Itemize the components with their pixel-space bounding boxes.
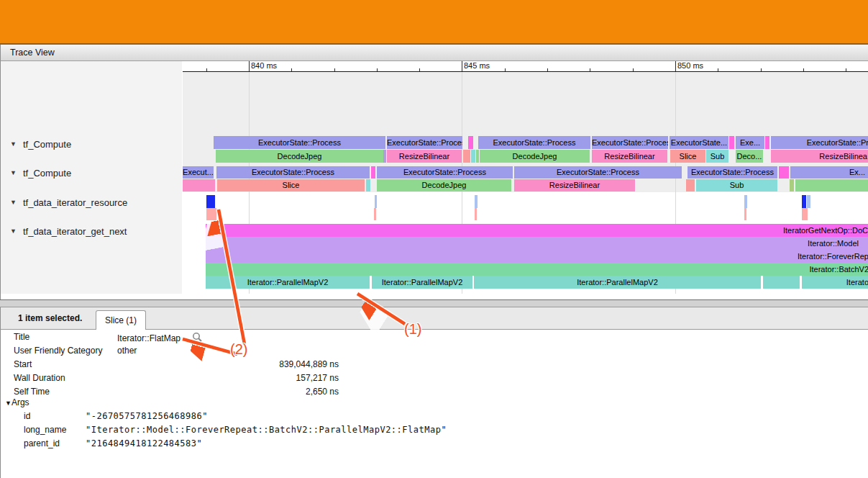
trace-slice-deco[interactable]: Deco... [736, 150, 763, 163]
trace-slice-slice[interactable] [206, 208, 216, 220]
trace-slice-slice[interactable] [383, 150, 386, 163]
trace-slice-slice[interactable] [807, 195, 810, 208]
trace-slice-sub[interactable]: Sub [696, 179, 777, 191]
trace-slice-resizebilinear[interactable]: ResizeBilinear [592, 150, 667, 163]
trace-slice-resizebilinear[interactable]: ResizeBilinear [514, 179, 635, 191]
trace-slice-iterator-parallelmapv2[interactable]: Iterator::ParallelMapV2 [372, 276, 472, 289]
trace-slice-iterator-model[interactable]: Iterator::Model [206, 237, 868, 250]
trace-slice-slice[interactable] [463, 150, 470, 163]
ruler-minor-tick [505, 68, 506, 71]
trace-slice-executorstate-process[interactable]: ExecutorState::Process [377, 166, 513, 179]
track-header-tf-data-iterator-get-next-3[interactable]: ▼tf_data_iterator_get_next [1, 225, 182, 238]
trace-slice-executorstate-pr[interactable]: ExecutorState::Pr [771, 136, 868, 149]
trace-slice-slice[interactable]: Slice [217, 179, 365, 191]
trace-main-area: ▼tf_Compute▼tf_Compute▼tf_data_iterator_… [0, 61, 868, 294]
trace-slice-resizebilinea[interactable]: ResizeBilinea [771, 150, 868, 163]
trace-slice-slice[interactable] [476, 150, 479, 163]
trace-slice-iteratorgetnextop-doc[interactable]: IteratorGetNextOp::DoC [206, 224, 868, 237]
track-header-tf-data-iterator-resource-2[interactable]: ▼tf_data_iterator_resource [1, 196, 182, 209]
ruler-minor-tick [291, 68, 292, 71]
trace-view-title: Trace View [10, 48, 55, 58]
top-orange-banner [0, 0, 868, 45]
trace-slice-sub[interactable]: Sub [706, 150, 728, 163]
trace-slice-slice[interactable] [371, 166, 375, 179]
trace-slice-iterator-batchv2[interactable]: Iterator::BatchV2 [206, 263, 868, 276]
trace-slice-ex[interactable]: Ex... [790, 166, 868, 179]
trace-slice-decodejpeg[interactable]: DecodeJpeg [216, 150, 383, 163]
arg-row-long-name: long_name"Iterator::Model::ForeverRepeat… [1, 423, 648, 437]
trace-slice-execut[interactable]: Execut... [183, 166, 214, 179]
collapse-triangle-icon[interactable]: ▼ [10, 227, 17, 235]
trace-slice-slice[interactable] [765, 136, 769, 149]
ruler-minor-tick [633, 68, 634, 71]
field-label: User Friendly Category [14, 344, 102, 358]
trace-view-titlebar: Trace View [0, 45, 868, 61]
ruler-tick-label: 840 ms [251, 61, 277, 70]
trace-slice-slice[interactable] [374, 208, 376, 220]
tab-slice[interactable]: Slice (1) [96, 310, 146, 330]
ruler-minor-tick [334, 68, 335, 71]
trace-row-iterator-parallel-map: Iterator::ParallelMapV2Iterator::Paralle… [183, 276, 868, 289]
trace-row-resource-bottom [183, 208, 868, 220]
trace-slice-slice[interactable] [686, 179, 695, 191]
collapse-triangle-icon[interactable]: ▼ [5, 400, 12, 407]
field-row-user-friendly-category: User Friendly Categoryother [1, 344, 648, 358]
trace-slice-executorstate-process[interactable]: ExecutorState::Process [387, 136, 462, 149]
trace-slice-slice[interactable] [471, 150, 475, 163]
arg-value: "Iterator::Model::ForeverRepeat::BatchV2… [86, 423, 447, 437]
trace-slice-exe[interactable]: Exe... [736, 136, 764, 149]
trace-slice-slice[interactable] [779, 166, 789, 179]
trace-slice-slice[interactable] [744, 195, 747, 208]
arg-value: "-2670575781256468986" [86, 410, 208, 423]
collapse-triangle-icon[interactable]: ▼ [10, 140, 17, 148]
trace-slice-slice[interactable] [183, 179, 215, 191]
trace-slice-slice[interactable] [763, 276, 800, 289]
ruler-tick-label: 845 ms [464, 61, 490, 70]
track-header-tf-compute-1[interactable]: ▼tf_Compute [1, 166, 182, 179]
arg-key: long_name [24, 423, 66, 437]
analysis-panel-body: TitleIterator::FlatMapUser Friendly Cate… [0, 330, 868, 478]
trace-slice-slice[interactable] [206, 195, 215, 208]
trace-slice-resizebilinear[interactable]: ResizeBilinear [387, 150, 462, 163]
analysis-panel-header: 1 item selected. Slice (1) [0, 307, 868, 330]
field-value: Iterator::FlatMap [117, 330, 203, 346]
panel-splitter[interactable] [0, 299, 868, 307]
trace-row-compute2-states: Execut...ExecutorState::ProcessExecutorS… [183, 166, 868, 179]
trace-slice-iterator-foreverrep[interactable]: Iterator::ForeverRep [206, 250, 868, 263]
trace-slice-slice[interactable] [475, 195, 478, 208]
trace-slice-slice[interactable] [475, 208, 477, 220]
trace-slice-slice[interactable] [802, 208, 808, 220]
trace-slice-decodejpeg[interactable]: DecodeJpeg [480, 150, 590, 163]
collapse-triangle-icon[interactable]: ▼ [10, 199, 17, 206]
field-label: Wall Duration [14, 371, 65, 385]
trace-slice-slice[interactable] [744, 208, 746, 220]
trace-slice-executorstate-process[interactable]: ExecutorState::Process [514, 166, 682, 179]
ruler-minor-tick [718, 68, 718, 71]
trace-slice-executorstate-process[interactable]: ExecutorState::Process [687, 166, 777, 179]
timeline-ruler[interactable]: 840 ms845 ms850 ms [183, 61, 868, 72]
trace-slice-slice[interactable] [729, 136, 734, 149]
trace-slice-executorstate-process[interactable]: ExecutorState::Process [478, 136, 590, 149]
magnifier-icon[interactable] [192, 332, 203, 343]
ruler-minor-tick [846, 68, 846, 71]
trace-slice-slice[interactable]: Slice [670, 150, 705, 163]
trace-slice-slice[interactable] [375, 195, 377, 208]
trace-slice-executorstate[interactable]: ExecutorState... [670, 136, 728, 149]
trace-slice-iterator-parallelmapv2[interactable]: Iterator::ParallelMapV2 [474, 276, 761, 289]
timeline-canvas[interactable]: ExecutorState::ProcessExecutorState::Pro… [183, 61, 868, 294]
trace-slice-decodejpeg[interactable]: DecodeJpeg [377, 179, 511, 191]
trace-slice-slice[interactable] [790, 179, 794, 191]
trace-slice-iterator-parallelmapv2[interactable]: Iterator::ParallelMapV2 [206, 276, 370, 289]
trace-slice-slice[interactable] [795, 179, 868, 191]
collapse-triangle-icon[interactable]: ▼ [10, 169, 17, 176]
trace-slice-executorstate-process[interactable]: ExecutorState::Process [592, 136, 668, 149]
trace-slice-slice[interactable] [366, 179, 370, 191]
args-header[interactable]: ▼Args [5, 396, 29, 410]
trace-row-compute2-ops: SliceDecodeJpegResizeBilinearSub [183, 179, 868, 191]
trace-slice-slice[interactable] [802, 195, 806, 208]
trace-slice-iterato[interactable]: Iterato [802, 276, 868, 289]
trace-slice-executorstate-process[interactable]: ExecutorState::Process [216, 166, 370, 179]
trace-slice-executorstate-process[interactable]: ExecutorState::Process [214, 136, 385, 149]
trace-slice-slice[interactable] [468, 136, 473, 149]
track-header-tf-compute-0[interactable]: ▼tf_Compute [1, 137, 182, 150]
